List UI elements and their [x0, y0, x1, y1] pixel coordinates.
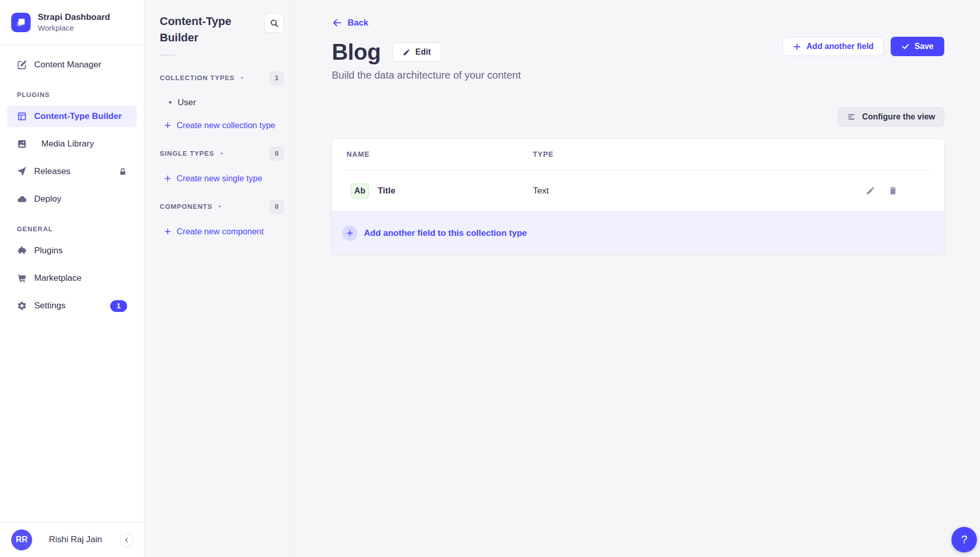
fields-table-card: NAME TYPE Ab Title Text [332, 139, 944, 254]
page-subtitle: Build the data architecture of your cont… [332, 69, 944, 81]
sidebar-item-label: Media Library [41, 139, 94, 149]
strapi-logo-icon [11, 13, 31, 32]
components-header[interactable]: COMPONENTS 0 [160, 200, 284, 214]
edit-button[interactable]: Edit [392, 42, 442, 62]
field-type-badge: Ab [351, 183, 369, 199]
configure-view-button[interactable]: Configure the view [838, 107, 944, 127]
sidebar-item-media-library[interactable]: Media Library [7, 133, 137, 155]
sidebar-item-releases[interactable]: Releases [7, 161, 137, 182]
plus-circle-icon [342, 226, 357, 241]
main-content: Back Add another field Save Blog [293, 0, 980, 557]
plus-icon [164, 122, 172, 129]
workspace-name: Workplace [38, 23, 110, 33]
title-divider [160, 55, 175, 56]
sidebar-item-settings[interactable]: Settings 1 [7, 295, 137, 317]
sidebar-item-label: Settings [34, 301, 65, 311]
configure-lines-icon [847, 112, 856, 122]
settings-notification-badge: 1 [110, 300, 127, 312]
collection-type-item-user[interactable]: User [169, 96, 284, 109]
sidebar-item-deploy[interactable]: Deploy [7, 188, 137, 210]
single-types-count: 0 [270, 147, 284, 161]
cart-icon [17, 273, 27, 283]
sidebar-footer: RR Rishi Raj Jain [0, 522, 144, 557]
sidebar-item-content-manager[interactable]: Content Manager [7, 54, 137, 76]
field-type: Text [533, 186, 865, 196]
add-another-field-button[interactable]: Add another field [782, 37, 884, 56]
main-sidebar: Strapi Dashboard Workplace Content Manag… [0, 0, 144, 557]
field-row-title[interactable]: Ab Title Text [332, 170, 944, 212]
cloud-icon [17, 194, 27, 204]
plus-icon [164, 175, 172, 182]
workspace-header: Strapi Dashboard Workplace [0, 0, 144, 45]
name-column-header: NAME [347, 150, 533, 158]
user-name: Rishi Raj Jain [49, 535, 102, 545]
chevron-left-icon [124, 537, 130, 543]
question-mark-icon: ? [961, 533, 967, 546]
puzzle-icon [17, 246, 27, 256]
caret-down-icon [216, 203, 223, 210]
sidebar-item-label: Deploy [34, 194, 61, 204]
collection-type-name: User [178, 98, 196, 108]
pencil-icon [403, 49, 410, 56]
sidebar-section-plugins: PLUGINS [0, 91, 144, 99]
panel-title: Content-Type Builder [160, 13, 236, 46]
layout-grid-icon [17, 111, 27, 122]
caret-down-icon [239, 75, 246, 81]
sidebar-item-content-type-builder[interactable]: Content-Type Builder [7, 106, 137, 127]
type-column-header: TYPE [533, 150, 554, 158]
sidebar-item-label: Content Manager [34, 60, 101, 70]
app-name: Strapi Dashboard [38, 12, 110, 22]
collection-types-header[interactable]: COLLECTION TYPES 1 [160, 71, 284, 85]
bullet-icon [169, 101, 172, 104]
back-arrow-icon [332, 17, 342, 28]
sidebar-item-plugins[interactable]: Plugins [7, 240, 137, 261]
single-types-label: SINGLE TYPES [160, 150, 214, 157]
sidebar-section-general: GENERAL [0, 225, 144, 233]
plus-icon [164, 228, 172, 235]
edit-field-button[interactable] [865, 185, 876, 197]
single-types-header[interactable]: SINGLE TYPES 0 [160, 147, 284, 161]
save-button[interactable]: Save [891, 37, 944, 56]
page-title: Blog [332, 39, 381, 65]
sidebar-item-label: Marketplace [34, 273, 82, 283]
pencil-icon [866, 186, 875, 196]
user-avatar[interactable]: RR [11, 529, 32, 550]
fields-table-header: NAME TYPE [344, 139, 932, 170]
content-type-builder-panel: Content-Type Builder COLLECTION TYPES 1 … [144, 0, 293, 557]
create-single-type-link[interactable]: Create new single type [164, 173, 284, 184]
sidebar-item-marketplace[interactable]: Marketplace [7, 268, 137, 289]
create-component-link[interactable]: Create new component [164, 226, 284, 237]
plus-icon [793, 42, 801, 51]
sidebar-item-label: Content-Type Builder [34, 111, 122, 122]
help-button[interactable]: ? [951, 527, 977, 552]
back-link[interactable]: Back [332, 17, 369, 28]
components-count: 0 [270, 200, 284, 214]
delete-field-button[interactable] [887, 185, 899, 197]
sidebar-item-label: Releases [34, 166, 70, 177]
image-icon [17, 139, 27, 149]
collection-types-label: COLLECTION TYPES [160, 74, 235, 82]
trash-icon [888, 186, 898, 196]
caret-down-icon [218, 150, 225, 157]
check-icon [901, 42, 910, 51]
pen-square-icon [17, 60, 27, 70]
gear-icon [17, 301, 27, 311]
sidebar-item-label: Plugins [34, 246, 63, 256]
add-field-row-label: Add another field to this collection typ… [364, 228, 527, 238]
sidebar-nav: Content Manager PLUGINS Content-Type Bui… [0, 45, 144, 522]
lock-icon [118, 167, 127, 176]
search-button[interactable] [264, 13, 284, 33]
collection-types-count: 1 [270, 71, 284, 85]
collapse-sidebar-button[interactable] [120, 534, 133, 547]
paper-plane-icon [17, 166, 27, 177]
field-name: Title [378, 186, 396, 196]
create-collection-type-link[interactable]: Create new collection type [164, 120, 284, 131]
add-field-row[interactable]: Add another field to this collection typ… [332, 212, 944, 254]
search-icon [270, 18, 279, 28]
components-label: COMPONENTS [160, 203, 212, 210]
